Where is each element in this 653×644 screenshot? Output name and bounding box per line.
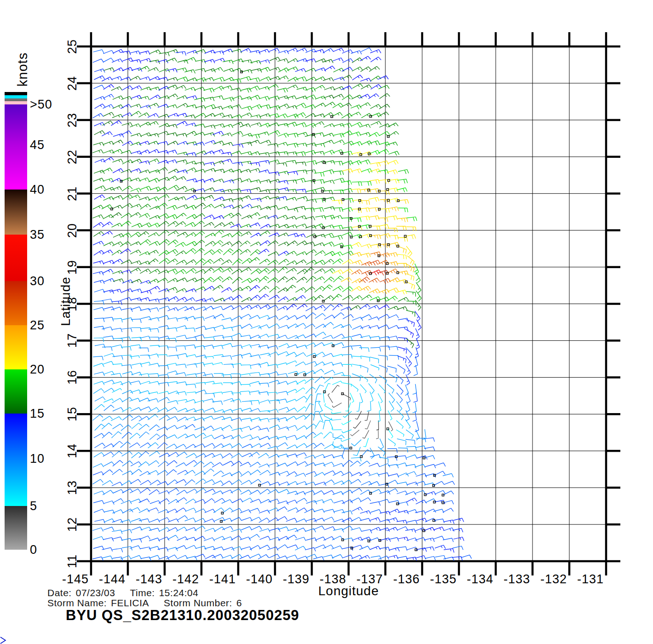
y-axis-title: Latitude: [58, 276, 73, 326]
x-tick-label: -134: [467, 572, 493, 586]
colorbar-tick-label: 15: [30, 407, 45, 421]
time-value: 15:24:04: [159, 587, 199, 598]
y-tick-label: 24: [65, 76, 80, 91]
colorbar-band-35-40: [5, 190, 27, 235]
y-tick-label: 20: [65, 223, 80, 238]
x-tick-label: -136: [393, 572, 420, 586]
y-tick-label: 17: [65, 333, 80, 348]
corner-chevron-glyph: [0, 637, 6, 644]
y-tick-label: 23: [65, 113, 80, 127]
colorbar-pink-cap: [5, 101, 27, 104]
colorbar-band-0-5: [5, 506, 27, 550]
storm-name-value: FELICIA: [111, 598, 149, 608]
x-tick-label: -143: [136, 572, 162, 586]
storm-number-value: 6: [236, 598, 242, 608]
y-tick-label: 13: [65, 480, 80, 495]
date-value: 07/23/03: [76, 587, 115, 598]
y-tick-label: 22: [65, 150, 80, 164]
y-tick-label: 12: [65, 517, 80, 532]
y-tick-label: 21: [65, 186, 80, 201]
wind-barbs-layer: [92, 48, 471, 561]
colorbar-cyan-cap: [5, 95, 27, 98]
storm-name-label: Storm Name:: [47, 598, 107, 608]
x-tick-label: -131: [577, 572, 604, 586]
colorbar-band-10-15: [5, 414, 27, 459]
y-tick-label: 15: [65, 407, 80, 421]
x-tick-label: -139: [283, 572, 309, 586]
colorbar-black-cap: [5, 92, 27, 95]
x-tick-label: -141: [209, 572, 236, 586]
x-axis-title: Longitude: [318, 584, 379, 598]
x-tick-label: -133: [504, 572, 530, 586]
colorbar-tick-label: 35: [30, 228, 45, 242]
x-tick-label: -135: [430, 572, 457, 586]
x-tick-label: -132: [540, 572, 567, 586]
y-tick-label: 11: [65, 554, 80, 568]
colorbar-tick-label: 25: [30, 318, 45, 333]
colorbar-band-45-50: [5, 104, 27, 145]
date-label: Date:: [47, 587, 72, 598]
colorbar-band-30-35: [5, 235, 27, 281]
x-tick-label: -144: [99, 572, 126, 586]
colorbar-tick-label: 10: [30, 452, 45, 466]
y-tick-label: 19: [65, 260, 80, 275]
y-tick-label: 14: [65, 443, 80, 458]
time-label: Time:: [130, 587, 155, 598]
product-id-title: BYU QS_S2B21310.20032050259: [66, 607, 299, 624]
colorbar-title: knots: [15, 52, 30, 86]
date-time-line: Date:07/23/03Time:15:24:04: [47, 587, 198, 598]
wind-barb-plot: [0, 0, 653, 644]
colorbar-tick-label: 40: [30, 183, 45, 197]
colorbar-tick-label: 5: [30, 499, 37, 513]
colorbar-band-25-30: [5, 281, 27, 325]
colorbar-band-40-45: [5, 145, 27, 190]
x-tick-label: -142: [172, 572, 199, 586]
colorbar-band-15-20: [5, 369, 27, 414]
colorbar-band-5-10: [5, 459, 27, 506]
colorbar-tick-label: 0: [30, 543, 37, 557]
storm-number-label: Storm Number:: [164, 598, 232, 608]
x-tick-label: -145: [62, 572, 89, 586]
x-tick-label: -140: [246, 572, 273, 586]
y-tick-label: 25: [65, 39, 80, 54]
y-tick-label: 16: [65, 370, 80, 385]
wind-barb-chart-page: knots >50454035302520151050 -145-144-143…: [0, 0, 653, 644]
colorbar-tick-label: 20: [30, 362, 45, 377]
colorbar-tick-label: >50: [30, 98, 52, 112]
colorbar-band-20-25: [5, 325, 27, 369]
colorbar-tick-label: 45: [30, 138, 45, 152]
colorbar-tick-label: 30: [30, 274, 45, 288]
